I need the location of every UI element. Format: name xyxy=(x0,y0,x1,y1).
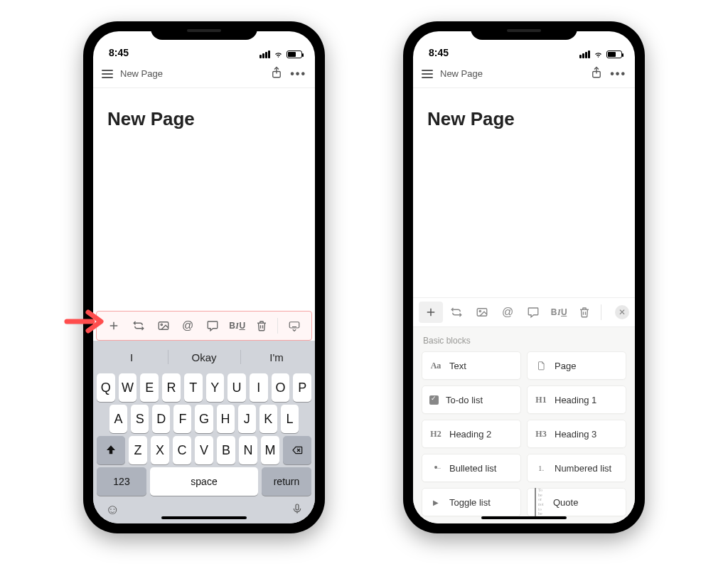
key-q[interactable]: Q xyxy=(97,373,115,402)
key-w[interactable]: W xyxy=(119,373,137,402)
key-l[interactable]: L xyxy=(281,405,299,433)
block-option-heading-2[interactable]: H2Heading 2 xyxy=(422,420,521,448)
key-g[interactable]: G xyxy=(195,405,213,433)
more-icon[interactable]: ••• xyxy=(610,68,626,80)
page-body[interactable]: New Page xyxy=(413,88,635,297)
text-format-icon[interactable]: BIU xyxy=(547,302,571,323)
key-n[interactable]: N xyxy=(239,436,257,464)
suggestion-2[interactable]: Okay xyxy=(168,344,240,371)
key-shift[interactable] xyxy=(97,436,125,464)
home-indicator[interactable] xyxy=(161,516,247,519)
wifi-icon xyxy=(593,50,604,58)
blocks-section-title: Basic blocks xyxy=(423,336,626,346)
keyboard-row-3: Z X C V B N M xyxy=(97,436,311,464)
key-f[interactable]: F xyxy=(173,405,191,433)
top-bar: New Page ••• xyxy=(93,60,315,88)
editor-toolbar: @ BIU ✕ xyxy=(413,297,635,327)
italic-label: I xyxy=(557,307,560,318)
block-option-heading-1[interactable]: H1Heading 1 xyxy=(527,385,626,414)
turn-into-icon[interactable] xyxy=(127,315,151,336)
italic-label: I xyxy=(235,321,238,331)
page-title[interactable]: New Page xyxy=(107,108,301,130)
breadcrumb[interactable]: New Page xyxy=(440,68,583,79)
page-body[interactable]: New Page xyxy=(93,88,315,311)
trash-icon[interactable] xyxy=(572,302,596,323)
key-x[interactable]: X xyxy=(151,436,169,464)
key-h[interactable]: H xyxy=(217,405,235,433)
block-label: Heading 1 xyxy=(555,395,596,405)
key-t[interactable]: T xyxy=(184,373,203,402)
close-panel-icon[interactable]: ✕ xyxy=(615,305,629,319)
key-c[interactable]: C xyxy=(173,436,191,464)
home-indicator[interactable] xyxy=(481,516,567,519)
text-format-icon[interactable]: BIU xyxy=(225,315,249,336)
block-option-quote[interactable]: To be or not to beQuote xyxy=(527,488,626,516)
menu-icon[interactable] xyxy=(422,70,433,78)
add-block-icon[interactable] xyxy=(419,302,443,323)
turn-into-icon[interactable] xyxy=(444,302,469,323)
key-i[interactable]: I xyxy=(250,373,268,402)
menu-icon[interactable] xyxy=(102,70,113,78)
more-icon[interactable]: ••• xyxy=(290,68,306,80)
top-bar: New Page ••• xyxy=(413,60,635,88)
block-label: Heading 2 xyxy=(449,429,491,440)
block-option-heading-3[interactable]: H3Heading 3 xyxy=(527,420,626,448)
comment-icon[interactable] xyxy=(521,302,545,323)
key-v[interactable]: V xyxy=(195,436,213,464)
key-e[interactable]: E xyxy=(140,373,159,402)
key-d[interactable]: D xyxy=(152,405,170,433)
keyboard-dismiss-icon[interactable] xyxy=(282,315,306,336)
device-notch xyxy=(471,21,577,40)
block-option-bulleted-list[interactable]: Bulleted list xyxy=(422,454,521,482)
key-r[interactable]: R xyxy=(162,373,181,402)
block-option-to-do-list[interactable]: To-do list xyxy=(422,385,521,414)
comment-icon[interactable] xyxy=(201,315,225,336)
breadcrumb[interactable]: New Page xyxy=(120,68,263,79)
image-icon[interactable] xyxy=(470,302,494,323)
block-option-numbered-list[interactable]: 1.Numbered list xyxy=(527,454,626,482)
trash-icon[interactable] xyxy=(250,315,274,336)
key-b[interactable]: B xyxy=(217,436,235,464)
mention-icon[interactable]: @ xyxy=(176,315,200,336)
bold-label: B xyxy=(551,307,557,317)
block-option-toggle-list[interactable]: Toggle list xyxy=(422,488,521,516)
key-backspace[interactable] xyxy=(283,436,311,464)
page-title[interactable]: New Page xyxy=(427,108,621,130)
mention-icon[interactable]: @ xyxy=(496,302,520,323)
text-type-icon: Aa xyxy=(429,361,442,371)
key-m[interactable]: M xyxy=(261,436,279,464)
key-p[interactable]: P xyxy=(293,373,311,402)
block-label: Heading 3 xyxy=(555,429,596,440)
key-a[interactable]: A xyxy=(109,405,127,433)
block-label: Toggle list xyxy=(449,497,491,508)
key-u[interactable]: U xyxy=(228,373,246,402)
device-notch xyxy=(151,21,257,40)
block-label: To-do list xyxy=(446,395,483,405)
key-o[interactable]: O xyxy=(272,373,290,402)
mic-icon[interactable] xyxy=(291,501,303,519)
key-numbers[interactable]: 123 xyxy=(97,467,146,496)
emoji-icon[interactable]: ☺ xyxy=(105,501,119,519)
key-k[interactable]: K xyxy=(259,405,277,433)
add-block-icon[interactable] xyxy=(102,315,126,336)
block-option-page[interactable]: Page xyxy=(527,351,626,380)
key-return[interactable]: return xyxy=(262,467,311,496)
toolbar-separator xyxy=(277,318,278,334)
key-y[interactable]: Y xyxy=(206,373,225,402)
block-option-text[interactable]: AaText xyxy=(422,351,521,380)
share-icon[interactable] xyxy=(590,66,603,82)
share-icon[interactable] xyxy=(270,66,283,82)
bullet-icon xyxy=(429,462,442,474)
status-time: 8:45 xyxy=(429,47,449,58)
key-space[interactable]: space xyxy=(150,467,258,496)
key-s[interactable]: S xyxy=(131,405,149,433)
image-icon[interactable] xyxy=(151,315,175,336)
block-label: Page xyxy=(555,361,576,371)
battery-icon xyxy=(606,50,622,58)
suggestion-3[interactable]: I'm xyxy=(240,344,313,371)
suggestion-1[interactable]: I xyxy=(95,344,168,371)
text-type-icon: H2 xyxy=(429,429,442,440)
key-z[interactable]: Z xyxy=(129,436,147,464)
key-j[interactable]: J xyxy=(238,405,256,433)
blocks-panel: Basic blocks AaTextPageTo-do listH1Headi… xyxy=(413,327,635,523)
